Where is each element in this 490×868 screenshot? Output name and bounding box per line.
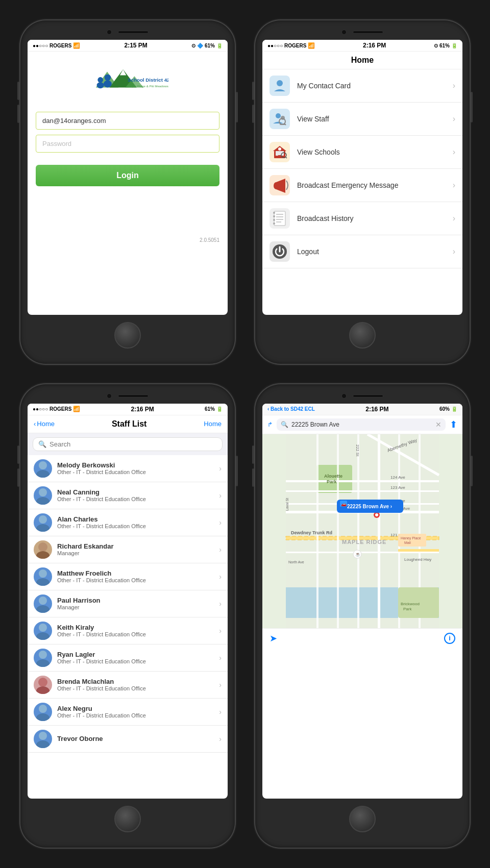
front-camera [107,30,112,35]
svg-text:Haney Place: Haney Place [401,536,421,540]
phone-top [262,30,462,35]
svg-rect-92 [398,549,439,552]
vol-up-button[interactable] [17,82,19,100]
staff-screen: ●●○○○ ROGERS 📶 2:16 PM 61% 🔋 ‹ Home Staf… [28,404,228,799]
menu-item-logout[interactable]: Logout › [262,235,462,268]
home-nav-button[interactable]: Home [204,420,222,428]
svg-point-51 [36,686,50,694]
staff-info: Richard Eskandar Manager [57,542,214,556]
staff-item[interactable]: Trevor Oborne › [28,726,228,753]
status-right: ⊙ 🔷 61% 🔋 [191,43,223,48]
staff-item[interactable]: Melody Berkowski Other - IT - District E… [28,455,228,482]
svg-rect-19 [278,155,281,158]
svg-point-30 [273,215,275,217]
svg-text:Park: Park [403,607,412,611]
power-button[interactable] [471,456,473,486]
staff-item[interactable]: Ryan Lagler Other - IT - District Educat… [28,644,228,672]
back-to-app[interactable]: ‹ Back to SD42 ECL [267,406,315,412]
svg-point-10 [277,80,283,86]
staff-item[interactable]: Alex Negru Other - IT - District Educati… [28,699,228,726]
staff-role: Other - IT - District Education Office [57,712,214,718]
vol-down-button[interactable] [252,105,254,123]
chevron-right-icon: › [219,545,222,554]
staff-item[interactable]: Keith Kiraly Other - IT - District Educa… [28,617,228,644]
map-bottom-bar: ➤ i [262,628,462,648]
chevron-right-icon: › [219,518,222,527]
status-time: 2:15 PM [124,42,147,49]
status-time: 2:16 PM [363,42,386,49]
staff-info: Melody Berkowski Other - IT - District E… [57,461,214,475]
staff-item[interactable]: Brenda Mclachlan Other - IT - District E… [28,672,228,699]
info-button[interactable]: i [444,633,455,644]
svg-text:222 St: 222 St [355,444,360,457]
broadcast-icon [270,175,290,195]
search-input[interactable] [50,440,217,448]
svg-text:Laval St: Laval St [285,498,289,510]
staff-name: Melody Berkowski [57,461,214,469]
menu-item-schools[interactable]: View Schools › [262,136,462,169]
earpiece-speaker [353,394,383,398]
staff-name: Alan Charles [57,515,214,523]
svg-point-31 [273,219,275,221]
vol-up-button[interactable] [252,445,254,464]
phone-top [28,30,228,35]
staff-item[interactable]: Alan Charles Other - IT - District Educa… [28,509,228,536]
menu-item-staff[interactable]: View Staff › [262,103,462,136]
menu-item-contact[interactable]: My Contact Card › [262,69,462,103]
home-button[interactable] [349,322,376,349]
email-field[interactable] [36,112,219,130]
menu-item-broadcast[interactable]: Broadcast Emergency Message › [262,169,462,202]
vol-down-button[interactable] [17,468,19,487]
location-arrow-icon[interactable]: ➤ [270,633,277,644]
chevron-right-icon: › [453,181,455,190]
front-camera [341,393,347,399]
clear-icon[interactable]: ✕ [435,420,442,429]
avatar [34,730,52,748]
vol-down-button[interactable] [17,105,19,123]
status-bar: ●●○○○ ROGERS 📶 2:16 PM 61% 🔋 [28,404,228,415]
vol-up-button[interactable] [252,82,254,100]
home-button[interactable] [349,806,376,832]
vol-down-button[interactable] [252,468,254,487]
search-icon: 🔍 [38,440,46,448]
chevron-right-icon: › [219,464,222,473]
staff-role: Manager [57,604,214,610]
avatar [34,459,52,478]
home-button[interactable] [114,322,141,349]
back-button[interactable]: ‹ Home [34,420,55,428]
staff-name: Keith Kiraly [57,624,214,631]
back-label: Home [37,420,55,428]
power-button[interactable] [236,456,238,486]
map-back-button[interactable]: ↱ [267,421,273,428]
password-field[interactable] [36,135,219,153]
svg-point-48 [39,651,47,659]
menu-item-history[interactable]: Broadcast History › [262,202,462,235]
battery-level: 61% [205,406,215,412]
login-screen: ●●○○○ ROGERS 📶 2:15 PM ⊙ 🔷 61% 🔋 [28,40,228,315]
power-button[interactable] [471,92,473,122]
chevron-right-icon: › [219,681,222,689]
staff-list: Melody Berkowski Other - IT - District E… [28,455,228,753]
map-screen: ‹ Back to SD42 ECL 2:16 PM 60% 🔋 ↱ 🔍 222… [262,404,462,799]
staff-item[interactable]: Matthew Froelich Other - IT - District E… [28,563,228,590]
staff-item[interactable]: Paul Harrison Manager › [28,590,228,617]
signal-carrier: ●●○○○ ROGERS [267,43,306,48]
avatar [34,513,52,532]
staff-name: Richard Eskandar [57,542,214,550]
svg-point-43 [36,578,50,586]
battery-icon: 🔋 [216,43,223,48]
staff-info: Trevor Oborne [57,735,214,742]
share-button[interactable]: ⬆ [450,419,457,430]
staff-item[interactable]: Neal Canning Other - IT - District Educa… [28,482,228,509]
login-content: School District 42 Maple Ridge & Pitt Me… [28,52,228,253]
staff-item[interactable]: Richard Eskandar Manager › [28,536,228,563]
svg-rect-67 [337,434,339,628]
vol-up-button[interactable] [17,445,19,464]
svg-point-46 [39,624,47,632]
login-button[interactable]: Login [36,165,219,186]
map-view[interactable]: Alouette Park 124 Ave 123 Ave Lee Ave Br… [262,434,462,628]
home-button[interactable] [114,806,141,832]
phone-staff: ●●○○○ ROGERS 📶 2:16 PM 61% 🔋 ‹ Home Staf… [20,384,235,848]
power-button[interactable] [236,92,238,122]
staff-list-title: Staff List [112,419,146,429]
